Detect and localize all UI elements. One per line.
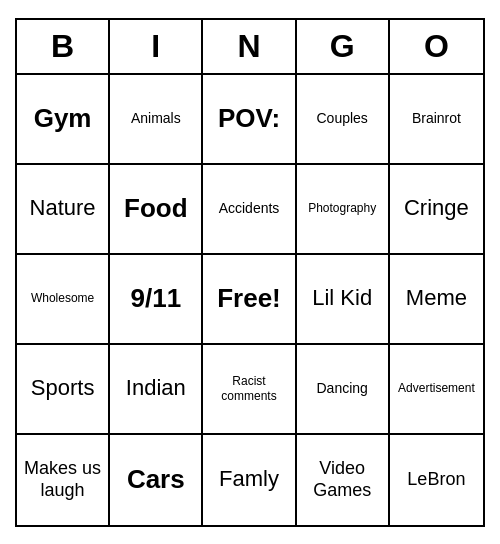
bingo-cell-6[interactable]: Food [110,165,203,255]
bingo-cell-0[interactable]: Gym [17,75,110,165]
bingo-cell-16[interactable]: Indian [110,345,203,435]
bingo-header: B I N G O [17,20,483,75]
bingo-cell-15[interactable]: Sports [17,345,110,435]
bingo-cell-text-6: Food [124,193,188,224]
bingo-cell-8[interactable]: Photography [297,165,390,255]
bingo-cell-text-18: Dancing [317,380,368,397]
bingo-cell-12[interactable]: Free! [203,255,296,345]
bingo-cell-9[interactable]: Cringe [390,165,483,255]
bingo-cell-5[interactable]: Nature [17,165,110,255]
bingo-cell-22[interactable]: Famly [203,435,296,525]
header-i: I [110,20,203,73]
bingo-cell-10[interactable]: Wholesome [17,255,110,345]
header-g: G [297,20,390,73]
bingo-cell-text-3: Couples [317,110,368,127]
bingo-cell-text-8: Photography [308,201,376,215]
bingo-cell-text-1: Animals [131,110,181,127]
bingo-cell-text-23: Video Games [301,458,384,501]
bingo-cell-text-19: Advertisement [398,381,475,395]
bingo-cell-text-24: LeBron [407,469,465,491]
bingo-cell-text-11: 9/11 [130,283,181,314]
bingo-cell-text-20: Makes us laugh [21,458,104,501]
bingo-cell-text-15: Sports [31,375,95,401]
bingo-cell-text-14: Meme [406,285,467,311]
bingo-cell-text-12: Free! [217,283,281,314]
bingo-cell-text-5: Nature [30,195,96,221]
bingo-cell-14[interactable]: Meme [390,255,483,345]
bingo-cell-text-21: Cars [127,464,185,495]
bingo-cell-1[interactable]: Animals [110,75,203,165]
bingo-cell-20[interactable]: Makes us laugh [17,435,110,525]
bingo-cell-text-17: Racist comments [207,374,290,403]
bingo-cell-text-10: Wholesome [31,291,94,305]
bingo-cell-21[interactable]: Cars [110,435,203,525]
bingo-cell-text-7: Accidents [219,200,280,217]
bingo-cell-text-22: Famly [219,466,279,492]
bingo-cell-17[interactable]: Racist comments [203,345,296,435]
bingo-cell-text-16: Indian [126,375,186,401]
bingo-cell-13[interactable]: Lil Kid [297,255,390,345]
bingo-cell-23[interactable]: Video Games [297,435,390,525]
header-n: N [203,20,296,73]
bingo-cell-3[interactable]: Couples [297,75,390,165]
bingo-grid: GymAnimalsPOV:CouplesBrainrotNatureFoodA… [17,75,483,525]
bingo-cell-text-13: Lil Kid [312,285,372,311]
bingo-cell-text-9: Cringe [404,195,469,221]
bingo-cell-text-0: Gym [34,103,92,134]
bingo-cell-text-2: POV: [218,103,280,134]
bingo-cell-text-4: Brainrot [412,110,461,127]
bingo-card: B I N G O GymAnimalsPOV:CouplesBrainrotN… [15,18,485,527]
bingo-cell-7[interactable]: Accidents [203,165,296,255]
bingo-cell-2[interactable]: POV: [203,75,296,165]
bingo-cell-11[interactable]: 9/11 [110,255,203,345]
bingo-cell-4[interactable]: Brainrot [390,75,483,165]
bingo-cell-19[interactable]: Advertisement [390,345,483,435]
bingo-cell-18[interactable]: Dancing [297,345,390,435]
header-b: B [17,20,110,73]
header-o: O [390,20,483,73]
bingo-cell-24[interactable]: LeBron [390,435,483,525]
